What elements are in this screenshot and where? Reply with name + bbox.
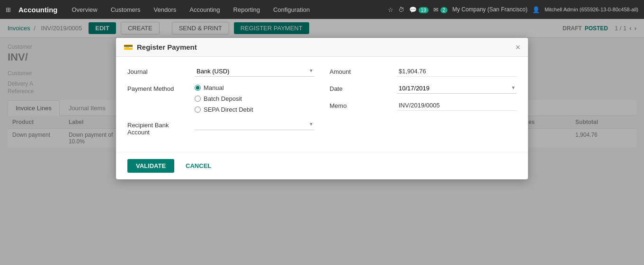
star-icon[interactable]: ☆ <box>388 6 394 13</box>
radio-sepa[interactable]: SEPA Direct Debit <box>195 106 314 113</box>
user-name[interactable]: Mitchell Admin (655926-13-0-80c458-all) <box>545 7 638 12</box>
recipient-select[interactable] <box>195 120 314 130</box>
main-area: Invoices / INV/2019/0005 EDIT CREATE SEN… <box>0 19 644 265</box>
nav-accounting[interactable]: Accounting <box>187 6 223 13</box>
radio-manual-label: Manual <box>204 84 224 91</box>
mail-icon[interactable]: ✉ 2 <box>433 6 447 13</box>
modal-title-text: Register Payment <box>137 43 197 51</box>
payment-method-label: Payment Method <box>127 83 189 92</box>
journal-select-wrapper: Bank (USD) <box>195 66 314 77</box>
nav-reporting[interactable]: Reporting <box>231 6 263 13</box>
chat-icon[interactable]: 💬 19 <box>409 6 429 13</box>
memo-value: INV/2019/0005 <box>397 100 517 111</box>
memo-display: INV/2019/0005 <box>397 100 517 111</box>
radio-sepa-label: SEPA Direct Debit <box>204 106 253 113</box>
modal-right-column: Amount $1,904.76 Date Memo <box>330 66 517 142</box>
radio-manual-input[interactable] <box>195 85 201 91</box>
date-input[interactable] <box>397 83 517 94</box>
cancel-button[interactable]: CANCEL <box>180 159 217 173</box>
memo-label: Memo <box>330 100 391 109</box>
app-name: Accounting <box>18 6 58 14</box>
recipient-select-wrapper <box>195 120 314 130</box>
modal-title: 💳 Register Payment <box>124 43 197 52</box>
journal-select[interactable]: Bank (USD) <box>195 66 314 77</box>
user-icon[interactable]: 👤 <box>532 6 540 13</box>
payment-method-options: Manual Batch Deposit SEPA Direct Debit <box>195 83 314 113</box>
amount-row: Amount $1,904.76 <box>330 66 517 77</box>
amount-label: Amount <box>330 66 391 75</box>
top-nav: ⊞ Accounting Overview Customers Vendors … <box>0 0 644 19</box>
register-payment-modal: 💳 Register Payment × Journal Bank (USD) <box>116 38 528 179</box>
amount-display: $1,904.76 <box>397 66 517 77</box>
journal-row: Journal Bank (USD) <box>127 66 314 77</box>
modal-close-button[interactable]: × <box>515 43 520 52</box>
radio-batch-deposit-label: Batch Deposit <box>204 95 242 102</box>
modal-backdrop: 💳 Register Payment × Journal Bank (USD) <box>0 19 644 265</box>
nav-configuration[interactable]: Configuration <box>270 6 313 13</box>
radio-batch-deposit[interactable]: Batch Deposit <box>195 95 314 102</box>
modal-footer: VALIDATE CANCEL <box>116 152 528 179</box>
journal-label: Journal <box>127 66 189 75</box>
payment-icon: 💳 <box>124 43 133 52</box>
nav-vendors[interactable]: Vendors <box>151 6 179 13</box>
amount-value: $1,904.76 <box>397 66 517 77</box>
recipient-row: Recipient Bank Account <box>127 120 314 136</box>
validate-button[interactable]: VALIDATE <box>127 159 174 173</box>
nav-overview[interactable]: Overview <box>69 6 100 13</box>
app-grid-icon[interactable]: ⊞ <box>6 6 11 13</box>
nav-icons: ☆ ⏱ 💬 19 ✉ 2 My Company (San Francisco) … <box>388 6 638 13</box>
modal-header: 💳 Register Payment × <box>116 38 528 57</box>
company-name[interactable]: My Company (San Francisco) <box>452 6 528 13</box>
memo-row: Memo INV/2019/0005 <box>330 100 517 111</box>
payment-method-row: Payment Method Manual Batch Deposit <box>127 83 314 113</box>
radio-group: Manual Batch Deposit SEPA Direct Debit <box>195 83 314 113</box>
nav-customers[interactable]: Customers <box>108 6 143 13</box>
recipient-label: Recipient Bank Account <box>127 120 189 136</box>
radio-sepa-input[interactable] <box>195 106 201 113</box>
modal-left-column: Journal Bank (USD) Payment Method <box>127 66 314 142</box>
date-label: Date <box>330 83 391 92</box>
date-input-wrapper <box>397 83 517 94</box>
modal-body: Journal Bank (USD) Payment Method <box>116 57 528 152</box>
radio-manual[interactable]: Manual <box>195 84 314 91</box>
date-row: Date <box>330 83 517 94</box>
radio-batch-deposit-input[interactable] <box>195 96 201 102</box>
clock-icon[interactable]: ⏱ <box>398 6 404 13</box>
